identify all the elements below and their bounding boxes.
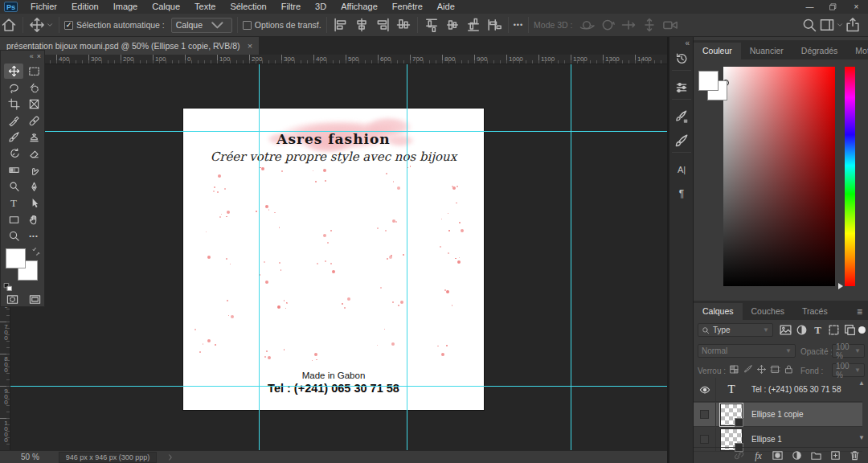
status-options-icon[interactable] [166, 453, 174, 461]
lock-brush-icon[interactable] [743, 364, 753, 375]
close-window-icon[interactable]: × [845, 0, 868, 14]
gradient-tool[interactable] [4, 162, 23, 178]
camera-3d-icon[interactable] [661, 17, 679, 33]
menu-fichier[interactable]: Fichier [23, 0, 64, 14]
close-toolbox-icon[interactable]: × [37, 52, 41, 60]
lock-artboard-icon[interactable] [770, 364, 780, 375]
move-tool-preset-icon[interactable] [28, 17, 46, 33]
layer-row-ellipse-1-copie[interactable]: Ellipse 1 copie [694, 403, 862, 427]
default-colors-icon[interactable] [3, 282, 13, 292]
filter-toggle[interactable] [858, 326, 866, 334]
vertical-guide[interactable] [407, 64, 407, 450]
zoom-level-field[interactable]: 50 % [21, 453, 39, 461]
marquee-tool[interactable] [24, 64, 43, 79]
slide-3d-icon[interactable] [641, 17, 658, 33]
menu-texte[interactable]: Texte [187, 0, 223, 14]
dodge-tool[interactable] [4, 179, 23, 195]
shape-tool[interactable] [4, 212, 23, 227]
lock-all-icon[interactable] [784, 364, 794, 375]
share-icon[interactable] [844, 17, 862, 33]
tab-nuancier[interactable]: Nuancier [741, 43, 792, 59]
visibility-eye-icon[interactable] [694, 378, 716, 402]
minimize-window-icon[interactable]: — [798, 0, 821, 14]
brush-tool[interactable] [4, 129, 23, 145]
pen-tool[interactable] [24, 179, 43, 195]
brushes-icon[interactable] [674, 133, 689, 148]
tab-motifs[interactable]: Motifs [846, 43, 868, 59]
quick-selection-tool[interactable] [24, 80, 43, 96]
new-group-icon[interactable] [810, 449, 822, 461]
vertical-guide[interactable] [259, 64, 260, 450]
brush-settings-icon[interactable] [674, 109, 689, 124]
horizontal-ruler[interactable]: 4003002001000100200300400500600700800900… [10, 55, 667, 64]
auto-select-checkbox[interactable]: ✓ [64, 21, 73, 30]
menu-s-lection[interactable]: Sélection [223, 0, 273, 14]
fill-field[interactable]: 100 % ▼ [832, 363, 865, 377]
roll-3d-icon[interactable] [599, 17, 616, 33]
crop-tool[interactable] [4, 96, 23, 112]
layer-effects-icon[interactable]: fx [752, 449, 764, 461]
path-selection-tool[interactable] [24, 195, 43, 211]
new-adjustment-layer-icon[interactable] [791, 449, 803, 461]
foreground-color-swatch[interactable] [6, 248, 26, 268]
link-layers-icon[interactable] [733, 449, 745, 461]
color-foreground-swatch[interactable] [698, 71, 719, 91]
distribute-bottom-icon[interactable] [465, 17, 482, 33]
scroll-down-icon[interactable]: ▼ [857, 434, 866, 442]
saturation-brightness-field[interactable] [723, 67, 835, 286]
more-align-options-button[interactable]: ••• [514, 21, 523, 29]
tab-d-grad-s[interactable]: Dégradés [792, 43, 847, 59]
chevron-down-icon[interactable] [46, 21, 54, 29]
menu-filtre[interactable]: Filtre [274, 0, 308, 14]
visibility-toggle-empty[interactable] [694, 403, 716, 427]
home-icon[interactable] [0, 17, 18, 33]
distribute-left-icon[interactable] [485, 17, 503, 33]
menu-calque[interactable]: Calque [145, 0, 187, 14]
menu-aide[interactable]: Aide [430, 0, 462, 14]
target-select[interactable]: Calque [171, 18, 232, 33]
layer-row-tel-241-065-30-71-58[interactable]: TTel : (+241) 065 30 71 58 [694, 378, 862, 402]
layer-thumbnail[interactable] [716, 404, 747, 425]
layer-thumbnail[interactable]: T [716, 383, 747, 396]
filter-shape-icon[interactable] [827, 323, 841, 337]
add-layer-mask-icon[interactable] [772, 449, 784, 461]
lock-position-icon[interactable] [756, 364, 767, 375]
type-tool[interactable]: T [4, 195, 23, 211]
horizontal-guide[interactable] [10, 131, 667, 132]
frame-tool[interactable] [24, 96, 43, 112]
delete-layer-icon[interactable] [849, 449, 861, 461]
show-transform-option[interactable]: Options de transf. [243, 20, 321, 30]
close-tab-icon[interactable]: × [248, 41, 252, 51]
artboard[interactable]: Asres fashion Créer votre propre style a… [183, 109, 484, 410]
menu-fen-tre[interactable]: Fenêtre [385, 0, 430, 14]
hue-slider-bar[interactable] [845, 67, 855, 286]
tab-trac-s[interactable]: Tracés [793, 303, 837, 320]
swap-colors-icon[interactable] [31, 247, 41, 256]
collapse-toolbox-icon[interactable]: « [30, 52, 34, 60]
align-left-icon[interactable] [332, 17, 350, 33]
clone-stamp-tool[interactable] [24, 129, 43, 145]
opacity-field[interactable]: 100 % ▼ [832, 344, 865, 358]
new-layer-icon[interactable] [829, 449, 841, 461]
zoom-tool[interactable] [4, 228, 23, 244]
eraser-tool[interactable] [24, 146, 43, 162]
character-icon[interactable]: A| [674, 162, 689, 177]
lock-transparency-icon[interactable] [729, 364, 739, 375]
quick-mask-icon[interactable] [2, 292, 22, 307]
align-middle-v-icon[interactable] [395, 17, 412, 33]
workspace-icon[interactable] [818, 17, 836, 33]
history-icon[interactable] [674, 51, 689, 66]
eyedropper-tool[interactable] [4, 113, 23, 129]
healing-tool[interactable] [24, 113, 43, 129]
layers-panel-menu-icon[interactable]: ≡ [857, 306, 868, 320]
menu-edition[interactable]: Edition [64, 0, 106, 14]
tab-couches[interactable]: Couches [743, 303, 793, 320]
filter-smart-object-icon[interactable] [843, 323, 857, 337]
vertical-guide[interactable] [571, 64, 571, 450]
menu-image[interactable]: Image [106, 0, 145, 14]
more-tools[interactable]: ••• [24, 228, 43, 244]
lasso-tool[interactable] [4, 80, 23, 96]
filter-image-icon[interactable] [779, 323, 792, 337]
auto-select-option[interactable]: ✓ Sélection automatique : [64, 20, 165, 30]
chevron-down-icon[interactable] [836, 21, 844, 29]
